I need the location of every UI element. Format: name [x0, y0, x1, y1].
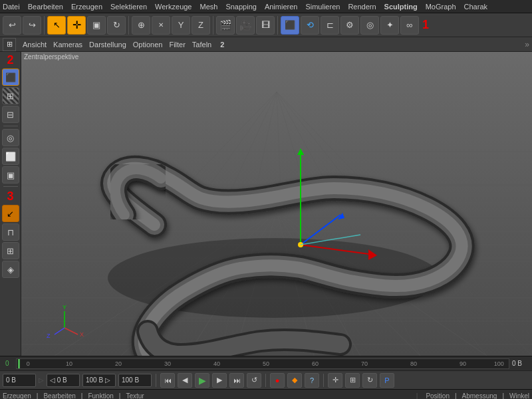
sweep-btn[interactable]: ⟲: [301, 16, 319, 35]
field-btn[interactable]: ◎: [360, 16, 379, 35]
menu-datei[interactable]: Datei: [3, 3, 20, 11]
move-tool[interactable]: ✛: [67, 16, 86, 35]
status-sep-3: |: [119, 392, 121, 399]
pointer-tool[interactable]: ↖: [47, 16, 66, 35]
tl-10: 10: [66, 360, 72, 367]
loop-btn[interactable]: ↺: [247, 373, 261, 388]
go-end-btn[interactable]: ⏭: [229, 373, 244, 388]
status-textur[interactable]: Textur: [126, 392, 144, 399]
menu-erzeugen[interactable]: Erzeugen: [71, 3, 102, 11]
view-box2-btn[interactable]: ▣: [2, 166, 19, 184]
rotate-tool[interactable]: ↻: [107, 16, 126, 35]
tab-darstellung[interactable]: Darstellung: [89, 41, 126, 49]
toolbar-separator-3: [213, 16, 213, 35]
menu-bearbeiten[interactable]: Bearbeiten: [28, 3, 63, 11]
view-icon[interactable]: ⊞: [3, 38, 16, 51]
menu-mesh[interactable]: Mesh: [200, 3, 217, 11]
menu-selektieren[interactable]: Selektieren: [110, 3, 147, 11]
tab-tafeln[interactable]: Tafeln: [192, 41, 211, 49]
view-sphere-btn[interactable]: ◎: [2, 129, 19, 146]
help-btn[interactable]: ?: [305, 373, 319, 388]
tr-sep-1: [156, 374, 156, 387]
go-start-btn[interactable]: ⏮: [160, 373, 175, 388]
film2-btn[interactable]: 🎥: [236, 16, 255, 35]
record-btn[interactable]: ●: [270, 373, 285, 388]
toolbar-separator: [44, 16, 45, 35]
tr-sep-2: [265, 374, 266, 387]
transform-btn[interactable]: ✛: [328, 373, 342, 388]
menu-charak[interactable]: Charak: [464, 3, 487, 11]
next-frame-btn[interactable]: ▶: [212, 373, 227, 388]
deform-btn[interactable]: ⚙: [340, 16, 359, 35]
clapboard-btn[interactable]: 🎞: [256, 16, 275, 35]
menu-snapping[interactable]: Snapping: [225, 3, 257, 11]
tab-filter[interactable]: Filter: [169, 41, 185, 49]
timeline-start: 0: [3, 360, 16, 367]
tr-sep-3: [323, 374, 324, 387]
rect-select[interactable]: ✕: [152, 16, 170, 35]
infinite-btn[interactable]: ∞: [400, 16, 419, 35]
timeline-end-label: 0 B: [509, 360, 529, 367]
status-sep-2: |: [81, 392, 83, 399]
svg-text:Z: Z: [47, 332, 51, 339]
circle-select[interactable]: Y: [172, 16, 190, 35]
film-btn[interactable]: 🎬: [216, 16, 235, 35]
sidebar-label-2: 2: [7, 53, 13, 67]
status-funktion[interactable]: Funktion: [88, 392, 113, 399]
undo-button[interactable]: ↩: [3, 16, 21, 35]
timeline-track[interactable]: 0 10 20 30 40 50 60 70 80 90 100: [16, 358, 509, 369]
boole-btn[interactable]: ✦: [380, 16, 399, 35]
status-bearbeiten[interactable]: Bearbeiten: [43, 392, 75, 399]
cube-btn[interactable]: ⬛: [281, 16, 299, 35]
view-checker-btn[interactable]: ⊞: [2, 87, 19, 104]
expand-btn[interactable]: »: [525, 40, 529, 49]
toolbar-main: ↩ ↪ ↖ ✛ ▣ ↻ ⊕ ✕ Y Z 🎬 🎥 🎞 ⬛ ⟲ ⊏ ⚙ ◎ ✦ ∞ …: [0, 13, 532, 37]
grid2-btn[interactable]: ⊞: [2, 242, 19, 259]
live-select[interactable]: ⊕: [132, 16, 150, 35]
free-select[interactable]: Z: [192, 16, 210, 35]
redo-button[interactable]: ↪: [23, 16, 41, 35]
key-btn[interactable]: ◆: [287, 373, 302, 388]
cursor-tool-btn[interactable]: ↙: [2, 205, 19, 222]
tab-kameras[interactable]: Kameras: [53, 41, 82, 49]
diamond-btn[interactable]: ◈: [2, 261, 19, 278]
tl-40: 40: [213, 360, 220, 367]
prev-frame-btn[interactable]: ◀: [178, 373, 192, 388]
transport-field-4[interactable]: 100 B: [118, 374, 152, 387]
tl-80: 80: [410, 360, 417, 367]
transport-field-3[interactable]: 100 B ▷: [82, 374, 116, 387]
viewport-label: Zentralperspektive: [24, 53, 78, 61]
status-sep-5: |: [502, 392, 504, 399]
view-cube-btn[interactable]: ⬜: [2, 148, 19, 165]
menu-mograph[interactable]: MoGraph: [426, 3, 456, 11]
render-btn[interactable]: P: [380, 373, 394, 388]
menu-sculpting[interactable]: Sculpting: [384, 3, 418, 11]
tl-50: 50: [263, 360, 269, 367]
tl-30: 30: [164, 360, 171, 367]
sidebar-sep-2: [3, 186, 18, 187]
main-area: 2 ⬛ ⊞ ⊟ ◎ ⬜ ▣ 3 ↙ ⊓ ⊞ ◈ Zentralperspekti…: [0, 52, 532, 356]
menu-rendern[interactable]: Rendern: [348, 3, 376, 11]
menu-simulieren[interactable]: Simulieren: [305, 3, 340, 11]
magnet-btn[interactable]: ⊓: [2, 223, 19, 241]
timeline[interactable]: 0 0 10 20 30 40 50 60 70 80 90 100 0 B: [0, 356, 532, 370]
tl-60: 60: [312, 360, 319, 367]
coord-btn[interactable]: ⊞: [345, 373, 360, 388]
status-sep-1: |: [37, 392, 39, 399]
snap-btn[interactable]: ↻: [362, 373, 377, 388]
menu-animieren[interactable]: Animieren: [265, 3, 298, 11]
tab-ansicht[interactable]: Ansicht: [23, 41, 47, 49]
play-btn[interactable]: ▶: [195, 373, 209, 388]
svg-text:Y: Y: [63, 304, 66, 311]
status-abmessung: Abmessung: [462, 392, 497, 399]
view-solid-btn[interactable]: ⬛: [2, 68, 19, 86]
viewport[interactable]: Zentralperspektive: [21, 52, 532, 356]
transport-field-2[interactable]: ◁ 0 B: [47, 374, 80, 387]
tab-optionen[interactable]: Optionen: [133, 41, 163, 49]
status-erzeugen[interactable]: Erzeugen: [3, 392, 31, 399]
menu-werkzeuge[interactable]: Werkzeuge: [155, 3, 192, 11]
scale-tool[interactable]: ▣: [87, 16, 106, 35]
transport-field-1[interactable]: 0 B: [3, 374, 36, 387]
spline-btn[interactable]: ⊏: [321, 16, 339, 35]
view-wire-btn[interactable]: ⊟: [2, 106, 19, 123]
